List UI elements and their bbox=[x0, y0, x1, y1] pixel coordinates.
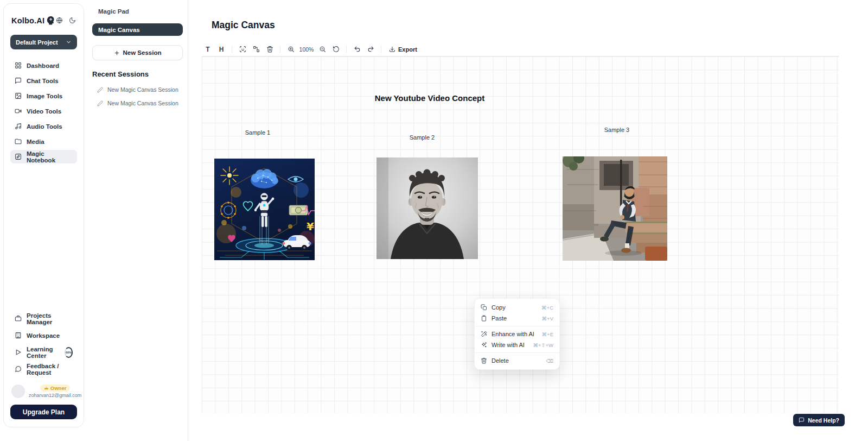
select-scan-tool-button[interactable] bbox=[237, 43, 248, 55]
sidebar-item-label: Projects Manager bbox=[27, 312, 73, 325]
chevron-down-icon bbox=[66, 39, 72, 45]
avatar[interactable] bbox=[11, 385, 25, 398]
video-icon bbox=[15, 108, 22, 115]
sample-3-image[interactable] bbox=[563, 156, 667, 261]
rotate-icon bbox=[333, 46, 340, 53]
canvas-text-sample-2[interactable]: Sample 2 bbox=[395, 134, 449, 141]
sidebar-item-label: Magic Notebook bbox=[27, 150, 73, 163]
download-icon bbox=[389, 46, 395, 53]
sidebar-bottom-nav: Projects Manager Workspace Learning Cent… bbox=[10, 312, 77, 376]
briefcase-icon bbox=[15, 315, 22, 322]
reset-rotation-button[interactable] bbox=[330, 43, 342, 55]
chat-help-icon bbox=[799, 417, 805, 423]
redo-icon bbox=[367, 46, 374, 53]
context-menu-label: Copy bbox=[492, 304, 537, 311]
context-menu-label: Paste bbox=[492, 315, 538, 322]
trash-icon bbox=[481, 357, 487, 364]
account-menu[interactable]: Owner zoharvan12@gmail.com bbox=[10, 383, 77, 399]
sidebar-item-audio-tools[interactable]: Audio Tools bbox=[10, 119, 77, 133]
canvas-text-heading[interactable]: New Youtube Video Concept bbox=[348, 93, 511, 103]
shortcut-hint: ⌘+⇧+W bbox=[533, 342, 553, 348]
brand-logo: Kolbo.AI bbox=[11, 16, 44, 25]
upgrade-plan-button[interactable]: Upgrade Plan bbox=[10, 405, 77, 419]
sidebar-item-chat-tools[interactable]: Chat Tools bbox=[10, 74, 77, 87]
sidebar-item-label: Workspace bbox=[27, 332, 60, 339]
undo-button[interactable] bbox=[351, 43, 363, 55]
feedback-icon bbox=[15, 366, 22, 373]
language-globe-icon[interactable] bbox=[56, 17, 63, 24]
canvas-text-sample-3[interactable]: Sample 3 bbox=[590, 127, 644, 133]
main-area: Magic Canvas T H 100% Export New Youtube… bbox=[188, 0, 868, 441]
sidebar-nav: Dashboard Chat Tools Image Tools Video T… bbox=[10, 59, 77, 163]
sidebar-item-magic-notebook[interactable]: Magic Notebook bbox=[10, 150, 77, 163]
shortcut-hint: ⌘+C bbox=[541, 305, 553, 311]
building-icon bbox=[15, 332, 22, 339]
logo-row: Kolbo.AI bbox=[10, 16, 77, 25]
sparkles-icon bbox=[481, 342, 487, 348]
user-email: zoharvan12@gmail.com bbox=[29, 393, 81, 398]
sample-2-image[interactable] bbox=[376, 158, 478, 259]
text-tool-button[interactable]: T bbox=[202, 43, 214, 55]
dashboard-icon bbox=[15, 62, 22, 69]
sidebar-item-label: Chat Tools bbox=[27, 78, 59, 84]
role-badge-label: Owner bbox=[50, 385, 67, 391]
sidebar-item-workspace[interactable]: Workspace bbox=[10, 329, 77, 342]
audio-icon bbox=[15, 123, 22, 130]
project-selector[interactable]: Default Project bbox=[10, 35, 77, 49]
export-button[interactable]: Export bbox=[386, 43, 420, 55]
context-menu-item-write-with-ai[interactable]: Write with AI ⌘+⇧+W bbox=[475, 339, 559, 350]
export-label: Export bbox=[398, 46, 417, 53]
sidebar-item-projects-manager[interactable]: Projects Manager bbox=[10, 312, 77, 325]
recent-session-item[interactable]: New Magic Canvas Session bbox=[92, 85, 183, 94]
toolbar-divider bbox=[381, 46, 381, 53]
sidebar-item-media[interactable]: Media bbox=[10, 135, 77, 148]
tab-magic-pad[interactable]: Magic Pad bbox=[92, 7, 183, 16]
zoom-in-icon bbox=[288, 46, 295, 53]
context-menu-item-paste[interactable]: Paste ⌘+V bbox=[475, 313, 559, 324]
canvas-text-sample-1[interactable]: Sample 1 bbox=[231, 129, 285, 136]
canvas-grid[interactable]: New Youtube Video Concept Sample 1 Sampl… bbox=[202, 56, 839, 413]
sidebar-item-label: Image Tools bbox=[27, 93, 62, 99]
role-badge: Owner bbox=[40, 385, 71, 392]
toolbar-divider bbox=[232, 46, 232, 53]
sidebar-item-image-tools[interactable]: Image Tools bbox=[10, 89, 77, 103]
new-session-button[interactable]: New Session bbox=[92, 45, 183, 60]
svg-text:¥: ¥ bbox=[307, 220, 314, 233]
redo-button[interactable] bbox=[365, 43, 376, 55]
zoom-out-icon bbox=[319, 46, 326, 53]
scan-face-icon bbox=[239, 46, 246, 53]
shortcut-hint: ⌘+V bbox=[542, 316, 553, 322]
context-menu-item-copy[interactable]: Copy ⌘+C bbox=[475, 302, 559, 313]
zoom-out-button[interactable] bbox=[316, 43, 328, 55]
sample-1-image[interactable]: ¥ bbox=[214, 159, 315, 260]
context-menu-divider bbox=[475, 352, 559, 353]
paste-icon bbox=[481, 315, 487, 322]
context-menu-label: Write with AI bbox=[492, 342, 528, 348]
recent-sessions-list: New Magic Canvas Session New Magic Canva… bbox=[92, 85, 183, 108]
context-menu: Copy ⌘+C Paste ⌘+V Enhance with AI ⌘+E W… bbox=[474, 298, 560, 370]
shortcut-hint: ⌘+E bbox=[542, 331, 553, 337]
nodes-icon bbox=[253, 46, 260, 53]
sidebar-item-dashboard[interactable]: Dashboard bbox=[10, 59, 77, 72]
play-icon bbox=[15, 349, 22, 356]
sidebar-item-learning-center[interactable]: Learning Center 66% bbox=[10, 345, 77, 359]
ai-head-icon bbox=[46, 16, 55, 25]
chat-icon bbox=[15, 77, 22, 84]
sidebar-item-label: Media bbox=[27, 138, 44, 145]
context-menu-item-enhance-with-ai[interactable]: Enhance with AI ⌘+E bbox=[475, 329, 559, 339]
connector-tool-button[interactable] bbox=[250, 43, 262, 55]
zoom-in-button[interactable] bbox=[285, 43, 297, 55]
context-menu-item-delete[interactable]: Delete ⌫ bbox=[475, 355, 559, 366]
page-title: Magic Canvas bbox=[212, 20, 275, 31]
tab-magic-canvas[interactable]: Magic Canvas bbox=[92, 23, 183, 36]
ruins-artwork bbox=[563, 156, 667, 261]
heading-tool-button[interactable]: H bbox=[215, 43, 227, 55]
recent-sessions-heading: Recent Sessions bbox=[92, 70, 183, 78]
image-icon bbox=[15, 92, 22, 99]
delete-tool-button[interactable] bbox=[264, 43, 276, 55]
sidebar-item-video-tools[interactable]: Video Tools bbox=[10, 104, 77, 118]
recent-session-item[interactable]: New Magic Canvas Session bbox=[92, 99, 183, 108]
dark-mode-moon-icon[interactable] bbox=[69, 17, 76, 24]
sidebar-item-feedback[interactable]: Feedback / Request bbox=[10, 362, 77, 376]
need-help-button[interactable]: Need Help? bbox=[793, 414, 845, 426]
